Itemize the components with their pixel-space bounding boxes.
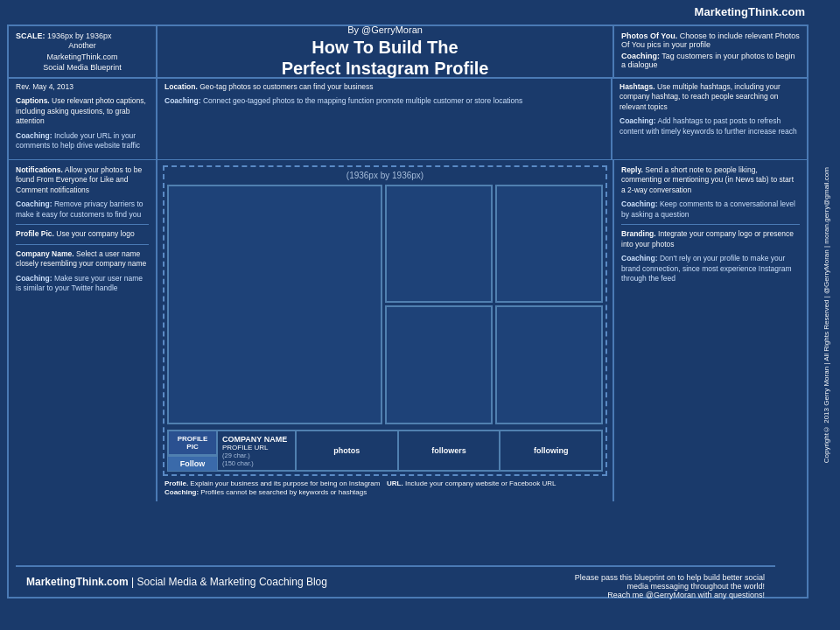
stats-section: photos followers following (297, 430, 603, 472)
instagram-mockup: (1936px by 1936px) PR (163, 165, 607, 476)
profile-url-label: PROFILE URL (222, 444, 290, 452)
top-brand: MarketingThink.com (695, 5, 805, 18)
profile-info: COMPANY NAME PROFILE URL (29 char.) (150… (218, 430, 297, 472)
photos-stat: photos (297, 430, 399, 472)
divider1 (16, 224, 149, 225)
header-right: Photos Of You. Choose to include relevan… (614, 26, 807, 77)
subheader-right: Hashtags. Use multiple hashtags, includi… (612, 79, 807, 159)
photo-sm3 (385, 305, 493, 424)
profile-bar: PROFILE PIC Follow COMPANY NAME PROFILE … (167, 430, 603, 472)
center-panel: (1936px by 1936px) PR (158, 160, 612, 501)
company-name-tip: Company Name. Select a user name closely… (16, 249, 149, 270)
subheader-left: Rev. May 4, 2013 Captions. Use relevant … (9, 79, 158, 159)
profile-pic-tip: Profile Pic. Use your company logo (16, 229, 149, 239)
photo-sm1 (385, 185, 493, 304)
reply-tip: Reply. Send a short note to people likin… (621, 165, 800, 195)
company-name-label: COMPANY NAME (222, 435, 290, 444)
photo-grid (164, 182, 606, 427)
following-stat: following (500, 430, 603, 472)
location-tip: Location. Geo-tag photos so customers ca… (164, 82, 604, 92)
reply-coaching: Coaching: Keep comments to a conversatio… (621, 200, 800, 220)
url-callout: URL. Include your company website or Fac… (387, 480, 606, 498)
content-area: SCALE: 1936px by 1936px Another Marketin… (7, 24, 808, 598)
photo-large (167, 185, 382, 424)
by-line: By @GerryMoran (347, 24, 423, 35)
photos-of-you: Photos Of You. Choose to include relevan… (621, 32, 800, 49)
copyright-text: Copyright© 2013 Gerry Moran | All Rights… (822, 167, 830, 463)
profile-pic-block: PROFILE PIC (167, 430, 218, 456)
hashtags-coaching: Coaching: Add hashtags to past posts to … (620, 116, 800, 136)
right-panel: Reply. Send a short note to people likin… (612, 160, 807, 501)
photos-coaching: Coaching: Tag customers in your photos t… (621, 52, 800, 69)
company-name-coaching: Coaching: Make sure your user name is si… (16, 274, 149, 294)
footer-right: Please pass this blueprint on to help bu… (575, 564, 765, 599)
header-row: SCALE: 1936px by 1936px Another Marketin… (9, 26, 807, 79)
notifications-tip: Notifications. Allow your photos to be f… (16, 165, 149, 195)
mid-section: Notifications. Allow your photos to be f… (9, 160, 807, 501)
header-center: By @GerryMoran How To Build The Perfect … (158, 26, 614, 77)
char-count-29: (29 char.) (222, 452, 290, 459)
bottom-callouts: Profile. Explain your business and its p… (161, 478, 609, 498)
right-divider1 (621, 224, 800, 225)
header-left: SCALE: 1936px by 1936px Another Marketin… (9, 26, 158, 77)
location-coaching: Coaching: Connect geo-tagged photos to t… (164, 96, 604, 106)
left-panel: Notifications. Allow your photos to be f… (9, 160, 158, 501)
scale-info: SCALE: 1936px by 1936px (16, 32, 149, 40)
ig-dimension-label: (1936px by 1936px) (164, 167, 606, 182)
branding-coaching: Coaching: Don't rely on your profile to … (621, 254, 800, 284)
blueprint-label: Another MarketingThink.com Social Media … (16, 40, 149, 74)
photo-sm4 (495, 305, 603, 424)
divider2 (16, 244, 149, 245)
follow-button[interactable]: Follow (167, 456, 218, 472)
subheader-row: Rev. May 4, 2013 Captions. Use relevant … (9, 79, 807, 160)
notifications-coaching: Coaching: Remove privacy barriers to mak… (16, 200, 149, 220)
subheader-center: Location. Geo-tag photos so customers ca… (158, 79, 612, 159)
rev-date: Rev. May 4, 2013 (16, 82, 149, 92)
profile-callout: Profile. Explain your business and its p… (164, 480, 383, 498)
char-count-150: (150 char.) (222, 459, 290, 467)
followers-stat: followers (399, 430, 501, 472)
footer: MarketingThink.com | Social Media & Mark… (16, 565, 775, 597)
photo-sm2 (495, 185, 603, 304)
footer-left: MarketingThink.com | Social Media & Mark… (26, 576, 327, 588)
profile-pic-section: PROFILE PIC Follow (167, 430, 218, 472)
main-title: How To Build The Perfect Instagram Profi… (282, 37, 489, 79)
main-container: MarketingThink.com Copyright© 2013 Gerry… (0, 0, 840, 630)
captions-tip: Captions. Use relevant photo captions, i… (16, 96, 149, 126)
vertical-copyright: Copyright© 2013 Gerry Moran | All Rights… (812, 0, 840, 630)
site-brand: MarketingThink.com (695, 5, 805, 18)
branding-tip: Branding. Integrate your company logo or… (621, 229, 800, 249)
hashtags-tip: Hashtags. Use multiple hashtags, includi… (620, 82, 800, 112)
captions-coaching: Coaching: Include your URL in your comme… (16, 131, 149, 151)
